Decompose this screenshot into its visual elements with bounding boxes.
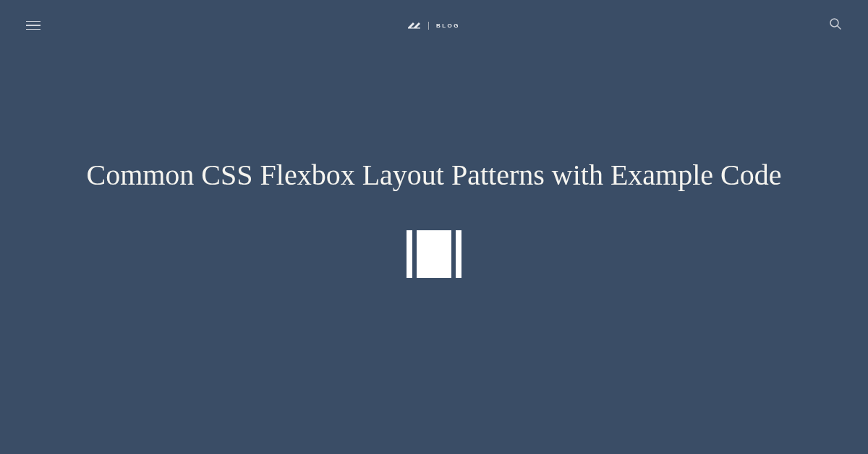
page-title: Common CSS Flexbox Layout Patterns with …	[0, 158, 868, 193]
svg-line-2	[838, 26, 841, 30]
menu-button[interactable]	[23, 18, 43, 33]
search-button[interactable]	[826, 14, 845, 36]
hero-content: Common CSS Flexbox Layout Patterns with …	[0, 158, 868, 278]
flex-bar	[417, 230, 451, 278]
flex-bar	[407, 230, 412, 278]
logo-divider	[428, 22, 429, 30]
logo-text: BLOG	[436, 22, 460, 29]
hamburger-icon	[26, 25, 41, 26]
hamburger-icon	[26, 29, 41, 30]
logo-mark-icon	[408, 22, 421, 29]
hamburger-icon	[26, 21, 41, 22]
flex-bar	[456, 230, 461, 278]
site-logo[interactable]: BLOG	[408, 22, 460, 30]
svg-rect-0	[408, 28, 420, 29]
header: BLOG	[0, 0, 868, 51]
search-icon	[829, 17, 842, 30]
flexbox-illustration	[0, 230, 868, 278]
